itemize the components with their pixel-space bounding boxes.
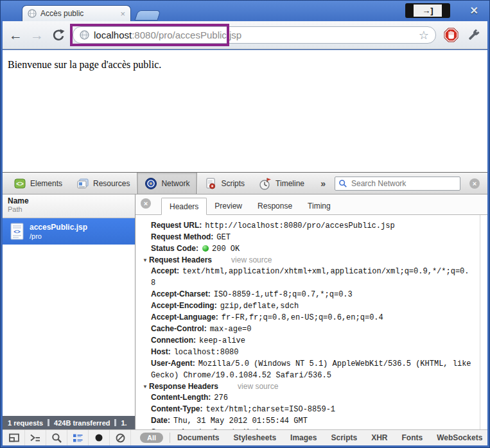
request-row-text: accesPublic.jsp /pro bbox=[30, 223, 87, 241]
toolbar-overflow-chevron[interactable]: » bbox=[311, 178, 335, 189]
headers-content: Request URL:http://localhost:8080/pro/ac… bbox=[136, 215, 487, 429]
record-button[interactable] bbox=[89, 430, 110, 445]
view-source-link[interactable]: view source bbox=[231, 255, 272, 264]
header-entry: Content-Length:276 bbox=[151, 392, 472, 404]
tab-timeline[interactable]: Timeline bbox=[252, 173, 311, 194]
filter-stylesheets[interactable]: Stylesheets bbox=[233, 433, 276, 442]
reload-button[interactable] bbox=[51, 28, 65, 42]
filter-fonts[interactable]: Fonts bbox=[402, 433, 423, 442]
devtools-bottom-toolbar: All Documents Stylesheets Images Scripts… bbox=[3, 429, 487, 445]
disclosure-triangle-icon[interactable]: ▼ bbox=[143, 255, 149, 266]
status-separator bbox=[114, 419, 116, 426]
header-entry: Request URL:http://localhost:8080/pro/ac… bbox=[151, 220, 472, 232]
tab-preview[interactable]: Preview bbox=[207, 198, 250, 215]
dock-side-icon bbox=[8, 433, 20, 444]
page-globe-icon bbox=[80, 30, 89, 40]
window-close-button[interactable]: ✕ bbox=[470, 4, 478, 17]
filter-xhr[interactable]: XHR bbox=[371, 433, 387, 442]
tab-response[interactable]: Response bbox=[250, 198, 300, 215]
url-path: :8080/pro/accesPublic.jsp bbox=[132, 30, 241, 40]
request-file-name: accesPublic.jsp bbox=[30, 223, 87, 232]
browser-tab[interactable]: Accès public × bbox=[22, 5, 131, 21]
search-icon bbox=[338, 179, 347, 188]
status-ok-dot-icon bbox=[202, 245, 209, 252]
status-request-count: 1 requests bbox=[8, 419, 43, 427]
header-entry: Connection:keep-alive bbox=[151, 335, 472, 347]
devtools-close-button[interactable]: × bbox=[469, 178, 480, 189]
tab-close-icon[interactable]: × bbox=[120, 10, 125, 18]
dock-side-button[interactable] bbox=[4, 430, 25, 445]
scripts-icon bbox=[204, 177, 217, 190]
devtools-panel: <> Elements Resources bbox=[3, 172, 487, 445]
inspect-search-button[interactable] bbox=[46, 430, 67, 445]
column-name-label: Name bbox=[8, 196, 130, 205]
filter-documents[interactable]: Documents bbox=[177, 433, 219, 442]
request-details-pane: × Headers Preview Response Timing Reques… bbox=[136, 194, 487, 429]
elements-icon: <> bbox=[13, 177, 26, 190]
scrollbar-track[interactable] bbox=[480, 215, 480, 429]
tab-timing[interactable]: Timing bbox=[300, 198, 338, 215]
forward-button[interactable]: → bbox=[30, 28, 44, 42]
page-text: Bienvenue sur la page d'accès public. bbox=[8, 59, 161, 70]
network-sidebar: Name Path <> accesPublic.jsp /pro bbox=[3, 194, 136, 429]
browser-window: Accès public × →] ✕ ← → localhost:808 bbox=[0, 0, 490, 448]
sidebar-column-header[interactable]: Name Path bbox=[3, 194, 135, 218]
tab-scripts-label: Scripts bbox=[221, 179, 245, 188]
search-network-field[interactable] bbox=[335, 177, 460, 191]
capture-right-block bbox=[442, 4, 449, 17]
filter-scripts[interactable]: Scripts bbox=[331, 433, 357, 442]
stop-hand-extension-icon[interactable] bbox=[444, 28, 459, 42]
filter-websockets[interactable]: WebSockets bbox=[437, 433, 482, 442]
new-tab-button[interactable] bbox=[134, 10, 161, 21]
details-close-button[interactable]: × bbox=[141, 198, 151, 209]
resources-icon bbox=[76, 177, 89, 190]
wrench-settings-icon[interactable] bbox=[466, 28, 481, 42]
bookmark-star-icon[interactable]: ☆ bbox=[419, 28, 429, 42]
request-headers-section[interactable]: ▼Request Headersview source bbox=[143, 255, 472, 266]
capture-left-block bbox=[407, 4, 414, 17]
header-entry: Request Method:GET bbox=[151, 232, 472, 243]
address-bar[interactable]: localhost:8080/pro/accesPublic.jsp ☆ bbox=[73, 26, 436, 44]
screen-capture-overlay-icon[interactable]: →] bbox=[405, 3, 450, 18]
record-icon bbox=[94, 433, 104, 443]
tab-elements[interactable]: <> Elements bbox=[6, 173, 69, 194]
tab-resources[interactable]: Resources bbox=[69, 173, 137, 194]
request-headers-title: Request Headers bbox=[149, 255, 212, 264]
network-icon bbox=[144, 177, 157, 190]
list-rows-icon bbox=[72, 433, 83, 444]
details-tabs: Headers Preview Response Timing bbox=[161, 198, 338, 214]
tab-network[interactable]: Network bbox=[137, 173, 197, 194]
url-text: localhost:8080/pro/accesPublic.jsp bbox=[94, 30, 241, 40]
header-entry-status: Status Code:200 OK bbox=[151, 243, 472, 255]
network-status-bar: 1 requests 424B transferred 1. bbox=[3, 416, 135, 429]
tab-scripts[interactable]: Scripts bbox=[197, 173, 252, 194]
tab-headers[interactable]: Headers bbox=[161, 198, 207, 215]
status-separator bbox=[48, 419, 49, 426]
browser-toolbar: ← → localhost:8080/pro/accesPublic.jsp ☆ bbox=[3, 21, 487, 49]
magnifier-icon bbox=[51, 433, 62, 444]
tab-title: Accès public bbox=[40, 9, 116, 18]
clear-button[interactable] bbox=[110, 430, 131, 445]
tab-timeline-label: Timeline bbox=[276, 179, 304, 188]
timeline-icon bbox=[259, 177, 272, 190]
status-transferred: 424B transferred bbox=[54, 419, 110, 427]
console-button[interactable] bbox=[25, 430, 46, 445]
disclosure-triangle-icon[interactable]: ▼ bbox=[143, 381, 149, 392]
view-source-link[interactable]: view source bbox=[238, 382, 278, 391]
status-truncated: 1. bbox=[121, 419, 127, 427]
filter-images[interactable]: Images bbox=[290, 433, 317, 442]
devtools-toolbar: <> Elements Resources bbox=[3, 173, 487, 194]
url-host: localhost bbox=[94, 30, 132, 40]
large-rows-toggle-button[interactable] bbox=[67, 430, 89, 445]
response-headers-title: Response Headers bbox=[149, 382, 218, 391]
capture-arrow-icon: →] bbox=[414, 5, 442, 17]
header-entry: Accept:text/html,application/xhtml+xml,a… bbox=[151, 266, 472, 289]
back-button[interactable]: ← bbox=[9, 28, 22, 42]
request-row-selected[interactable]: <> accesPublic.jsp /pro bbox=[3, 218, 135, 245]
jsp-file-icon: <> bbox=[10, 223, 24, 240]
request-list-empty-area bbox=[3, 245, 135, 416]
filter-all-pill[interactable]: All bbox=[140, 433, 163, 443]
response-headers-section[interactable]: ▼Response Headersview source bbox=[143, 381, 472, 392]
page-content: Bienvenue sur la page d'accès public. bbox=[3, 50, 487, 172]
search-input[interactable] bbox=[350, 178, 457, 189]
